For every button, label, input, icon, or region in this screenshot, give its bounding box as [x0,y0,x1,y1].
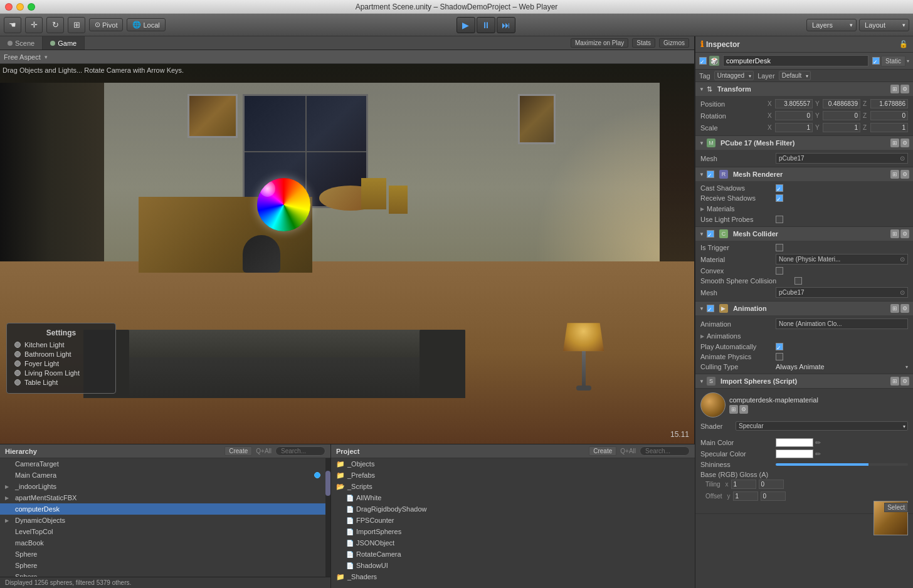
project-item-fpscounter[interactable]: 📄 FPSCounter [331,515,695,526]
scene-tab[interactable]: Scene [0,36,43,50]
3d-viewport[interactable]: Drag Objects and Lights... Rotate Camera… [0,64,694,444]
rotation-y-input[interactable] [823,111,860,120]
is-trigger-checkbox[interactable] [776,244,783,251]
hierarchy-item-maincamera[interactable]: Main Camera [0,470,330,481]
hierarchy-item-computerdesk[interactable]: computerDesk [0,503,330,515]
pause-button[interactable]: ⏸ [477,17,495,33]
step-button[interactable]: ⏭ [497,17,515,33]
select-button[interactable]: Select [884,503,908,512]
project-search-input[interactable] [640,446,690,456]
settings-kitchen-light[interactable]: Kitchen Light [14,341,108,349]
mesh-filter-target-icon[interactable]: ⊙ [900,155,905,162]
shader-dropdown[interactable]: Specular ▾ [736,421,908,431]
project-item-shaders[interactable]: 📁 _Shaders [331,571,695,582]
play-button[interactable]: ▶ [456,17,475,33]
scale-z-input[interactable] [870,123,908,132]
position-x-input[interactable] [775,99,813,108]
hierarchy-item-leveltopcol[interactable]: LevelTopCol [0,526,330,537]
animate-physics-checkbox[interactable] [776,353,783,360]
project-item-scripts[interactable]: 📂 _Scripts [331,481,695,492]
settings-table-light[interactable]: Table Light [14,379,108,386]
hierarchy-item-dynamicobjects[interactable]: ▶ DynamicObjects [0,515,330,526]
project-item-prefabs[interactable]: 📁 _Prefabs [331,470,695,481]
mesh-collider-header[interactable]: ▼ ✓ C Mesh Collider ⊞ ⚙ [695,227,913,241]
materials-arrow[interactable]: ▶ [700,206,704,212]
offset-y2-input[interactable] [761,491,786,501]
maximize-button[interactable] [28,3,35,11]
hierarchy-scroll-area[interactable]: CameraTarget Main Camera ▶ _indoorLights… [0,458,330,577]
hierarchy-item-indoorlights[interactable]: ▶ _indoorLights [0,481,330,492]
position-y-input[interactable] [823,99,860,108]
settings-living-room-light[interactable]: Living Room Light [14,369,108,377]
tiling-offset-x-input[interactable] [759,480,784,489]
hierarchy-scroll-thumb[interactable] [325,471,330,496]
mesh-renderer-copy-icon[interactable]: ⊞ [890,170,899,179]
project-scroll-area[interactable]: 📁 _Objects 📁 _Prefabs 📂 _Scripts 📄 AllWh… [331,458,695,588]
layout-dropdown[interactable]: Layout [859,19,909,31]
scale-x-input[interactable] [775,123,813,132]
animation-enable-checkbox[interactable]: ✓ [707,305,714,312]
animation-copy-icon[interactable]: ⊞ [890,304,899,313]
mesh-renderer-enable-checkbox[interactable]: ✓ [707,171,714,178]
layer-dropdown[interactable]: Default ▾ [779,71,811,80]
import-spheres-header[interactable]: ▼ S Import Spheres (Script) ⊞ ⚙ [695,374,913,388]
project-item-objects[interactable]: 📁 _Objects [331,458,695,470]
game-tab[interactable]: Game [43,36,85,50]
project-item-shadowui[interactable]: 📄 ShadowUI [331,560,695,571]
settings-foyer-light[interactable]: Foyer Light [14,360,108,367]
settings-bathroom-light[interactable]: Bathroom Light [14,350,108,358]
close-button[interactable] [5,3,13,11]
specular-color-picker-icon[interactable]: ✏ [815,450,821,458]
hierarchy-search-input[interactable] [275,446,325,456]
mesh-collider-copy-icon[interactable]: ⊞ [890,229,899,238]
project-item-jsonobject[interactable]: 📄 JSONObject [331,537,695,549]
local-button[interactable]: 🌐 Local [127,18,165,31]
smooth-sphere-checkbox[interactable] [794,277,802,285]
gear-component-icon[interactable]: ⚙ [900,85,909,93]
convex-checkbox[interactable] [776,267,783,275]
shininess-slider[interactable] [776,463,908,466]
receive-shadows-checkbox[interactable]: ✓ [776,194,783,202]
project-item-importspheres[interactable]: 📄 ImportSpheres [331,526,695,537]
maximize-on-play-button[interactable]: Maximize on Play [571,38,628,48]
hierarchy-item-sphere1[interactable]: Sphere [0,549,330,560]
rotate-tool-button[interactable]: ↻ [46,17,64,33]
project-item-allwhite[interactable]: 📄 AllWhite [331,492,695,503]
move-tool-button[interactable]: ✛ [25,17,43,33]
scale-y-input[interactable] [823,123,860,132]
static-label[interactable]: Static [881,56,905,66]
material-gear-icon[interactable]: ⚙ [739,405,748,414]
mesh-filter-copy-icon[interactable]: ⊞ [890,139,899,147]
aspect-dropdown-arrow[interactable]: ▾ [45,54,48,60]
transform-component-header[interactable]: ▼ ⇅ Transform ⊞ ⚙ [695,82,913,96]
animation-component-header[interactable]: ▼ ✓ ▶ Animation ⊞ ⚙ [695,302,913,315]
project-item-rotatecamera[interactable]: 📄 RotateCamera [331,549,695,560]
hierarchy-create-button[interactable]: Create [224,446,252,456]
static-checkbox[interactable]: ✓ [872,57,880,65]
copy-component-icon[interactable]: ⊞ [890,85,899,93]
static-dropdown-arrow[interactable]: ▾ [907,58,909,64]
collider-mesh-target[interactable]: ⊙ [900,289,905,296]
stats-button[interactable]: Stats [632,38,655,48]
mesh-renderer-gear-icon[interactable]: ⚙ [900,170,909,179]
import-spheres-gear-icon[interactable]: ⚙ [900,377,909,386]
use-light-probes-checkbox[interactable] [776,216,783,223]
mesh-collider-enable-checkbox[interactable]: ✓ [707,230,714,238]
culling-dropdown-arrow[interactable]: ▾ [905,364,908,370]
gizmos-button[interactable]: Gizmos [659,38,689,48]
hierarchy-item-sphere3[interactable]: Sphere [0,571,330,577]
project-item-dragshadow[interactable]: 📄 DragRigidbodyShadow [331,503,695,515]
material-copy-icon[interactable]: ⊞ [729,405,738,414]
hierarchy-item-macbook[interactable]: macBook [0,537,330,549]
main-color-swatch[interactable] [776,438,813,447]
layers-dropdown[interactable]: Layers [806,19,857,31]
mesh-collider-gear-icon[interactable]: ⚙ [900,229,909,238]
pivot-button[interactable]: ⊙ Pivot [89,18,123,31]
hierarchy-item-cameratarget[interactable]: CameraTarget [0,458,330,470]
position-z-input[interactable] [870,99,908,108]
main-color-picker-icon[interactable]: ✏ [815,439,821,447]
mesh-renderer-header[interactable]: ▼ ✓ R Mesh Renderer ⊞ ⚙ [695,167,913,181]
tag-dropdown[interactable]: Untagged ▾ [714,71,754,80]
minimize-button[interactable] [16,3,24,11]
hierarchy-item-apartmentstaticfbx[interactable]: ▶ apartMentStaticFBX [0,492,330,503]
